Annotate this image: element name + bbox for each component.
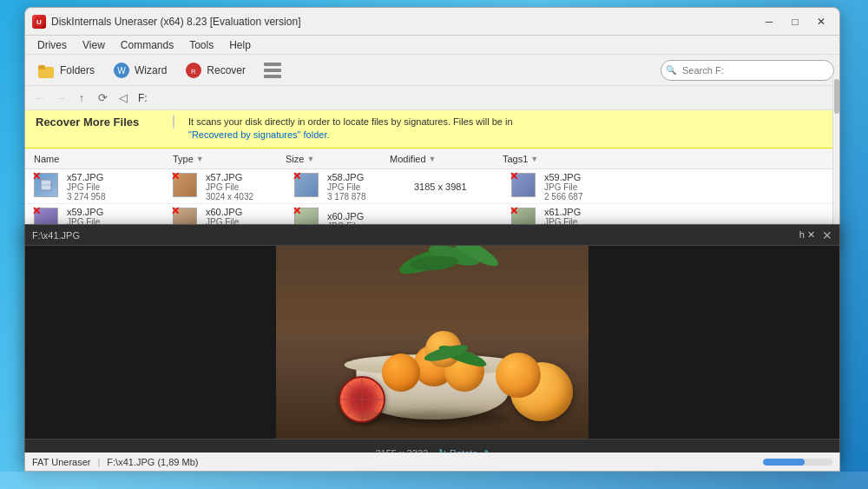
- file-type: JPG File: [67, 182, 106, 192]
- progress-bar: [763, 459, 832, 466]
- search-input[interactable]: [661, 60, 834, 81]
- file-dims3: 3 178 878: [327, 192, 366, 202]
- preview-image: [276, 246, 589, 439]
- nav-bar: ← → ↑ ⟳ ◁ F:: [25, 86, 839, 110]
- app-window: U DiskInternals Uneraser (x64) 8.23 [Eva…: [24, 7, 840, 241]
- file-type-cell: ✕ x57.JPG JPG File 3024 x 4032: [168, 172, 289, 202]
- file-size-cell: ✕ x58.JPG JPG File 3 178 878: [289, 172, 402, 202]
- preview-close-button[interactable]: ✕: [822, 228, 832, 242]
- column-headers: Name Type ▼ Size ▼ Modified ▼ Tags1 ▼: [25, 149, 839, 169]
- banner-line2-text: "Recovered by signatures" folder.: [188, 129, 330, 140]
- file-type2: JPG File: [206, 182, 253, 192]
- extra-icon: [263, 61, 282, 80]
- preview-right-label: h ✕: [799, 229, 815, 241]
- col-tags1[interactable]: Tags1 ▼: [497, 154, 610, 164]
- menu-commands[interactable]: Commands: [114, 37, 181, 53]
- file-modified-cell: 3185 x 3981: [402, 182, 506, 192]
- back-button[interactable]: ←: [30, 89, 49, 108]
- preview-title-bar: F:\x41.JPG h ✕ ✕: [25, 225, 839, 246]
- prev-icon: ◁: [119, 91, 128, 104]
- app-icon: U: [32, 15, 46, 29]
- folders-button[interactable]: Folders: [30, 58, 102, 83]
- status-bar: FAT Uneraser | F:\x41.JPG (1,89 Mb): [24, 453, 840, 472]
- forward-icon: →: [56, 91, 67, 104]
- file-tags-cell: ✕ x59.JPG JPG File 2 566 687: [506, 172, 619, 202]
- table-row[interactable]: ✕ x57.JPG JPG File 3 274 958: [25, 169, 839, 204]
- desktop: U DiskInternals Uneraser (x64) 8.23 [Eva…: [0, 0, 868, 489]
- up-icon: ↑: [79, 91, 85, 104]
- back-icon: ←: [35, 91, 46, 104]
- delete-icon3: ✕: [293, 171, 301, 182]
- file-name-r2e: x61.JPG: [544, 207, 592, 217]
- history-icon: ⟳: [98, 91, 108, 104]
- file-cell: ✕ x57.JPG JPG File 3 274 958: [29, 172, 168, 202]
- minimize-button[interactable]: ─: [758, 13, 780, 30]
- window-controls: ─ □ ✕: [758, 13, 832, 30]
- file-info: x57.JPG JPG File 3 274 958: [67, 172, 106, 202]
- menu-drives[interactable]: Drives: [30, 37, 74, 53]
- preview-content: [25, 246, 839, 439]
- file-name-r2c: x60.JPG: [327, 211, 364, 221]
- up-button[interactable]: ↑: [72, 89, 91, 108]
- file-thumb3: ✕: [294, 173, 322, 201]
- wizard-icon: W: [112, 61, 131, 80]
- recover-label: Recover: [207, 64, 246, 76]
- file-info5: x59.JPG JPG File 2 566 687: [544, 172, 583, 202]
- menu-tools[interactable]: Tools: [182, 37, 220, 53]
- forward-button[interactable]: →: [51, 89, 70, 108]
- banner-line1: It scans your disk directly in order to …: [188, 116, 513, 129]
- recover-button[interactable]: R Recover: [177, 58, 253, 83]
- file-thumb5: ✕: [511, 173, 539, 201]
- taskbar: [0, 472, 868, 489]
- col-name[interactable]: Name: [29, 154, 168, 164]
- svg-text:W: W: [117, 66, 126, 76]
- close-button[interactable]: ✕: [810, 13, 832, 30]
- file-dims5: 2 566 687: [544, 192, 583, 202]
- file-dims2: 3024 x 4032: [206, 192, 253, 202]
- file-name5: x59.JPG: [544, 172, 583, 182]
- delete-icon: ✕: [32, 171, 41, 182]
- info-banner: Recover More Files It scans your disk di…: [25, 110, 839, 149]
- maximize-button[interactable]: □: [784, 13, 806, 30]
- svg-rect-9: [264, 69, 281, 72]
- col-size[interactable]: Size ▼: [280, 154, 385, 164]
- tags-sort-icon: ▼: [530, 155, 538, 163]
- delete-icon5: ✕: [510, 171, 518, 182]
- wizard-label: Wizard: [135, 64, 167, 76]
- preview-window: F:\x41.JPG h ✕ ✕: [24, 224, 840, 467]
- file-name-r2a: x59.JPG: [67, 207, 115, 217]
- file-thumb: ✕: [34, 173, 62, 201]
- extra-button[interactable]: [256, 58, 289, 83]
- menu-view[interactable]: View: [76, 37, 112, 53]
- file-name4: 3185 x 3981: [414, 182, 467, 192]
- recover-icon: R: [184, 61, 203, 80]
- file-info4: 3185 x 3981: [407, 182, 467, 192]
- delete-icon-r2b: ✕: [171, 206, 180, 216]
- svg-rect-10: [264, 75, 281, 78]
- file-name2: x57.JPG: [206, 172, 253, 182]
- status-sep: |: [97, 457, 100, 467]
- col-modified[interactable]: Modified ▼: [385, 154, 497, 164]
- folders-icon: [37, 61, 56, 80]
- prev-button[interactable]: ◁: [114, 89, 133, 108]
- wizard-button[interactable]: W Wizard: [105, 58, 174, 83]
- preview-title: F:\x41.JPG: [32, 230, 80, 241]
- progress-fill: [763, 459, 805, 466]
- search-wrapper: 🔍: [661, 60, 834, 81]
- scrollbar[interactable]: [832, 77, 839, 241]
- type-sort-icon: ▼: [196, 155, 204, 163]
- banner-title[interactable]: Recover More Files: [36, 116, 174, 129]
- svg-text:U: U: [36, 18, 42, 26]
- file-type3: JPG File: [327, 182, 366, 192]
- col-type[interactable]: Type ▼: [168, 154, 280, 164]
- file-info3: x58.JPG JPG File 3 178 878: [327, 172, 366, 202]
- modified-sort-icon: ▼: [429, 155, 437, 163]
- menu-help[interactable]: Help: [222, 37, 258, 53]
- history-button[interactable]: ⟳: [93, 89, 112, 108]
- delete-icon-r2c: ✕: [293, 206, 301, 216]
- folders-label: Folders: [60, 64, 95, 76]
- title-bar: U DiskInternals Uneraser (x64) 8.23 [Eva…: [25, 8, 839, 36]
- svg-rect-3: [38, 65, 45, 69]
- preview-title-right: h ✕ ✕: [799, 228, 832, 242]
- window-title: DiskInternals Uneraser (x64) 8.23 [Evalu…: [51, 16, 758, 28]
